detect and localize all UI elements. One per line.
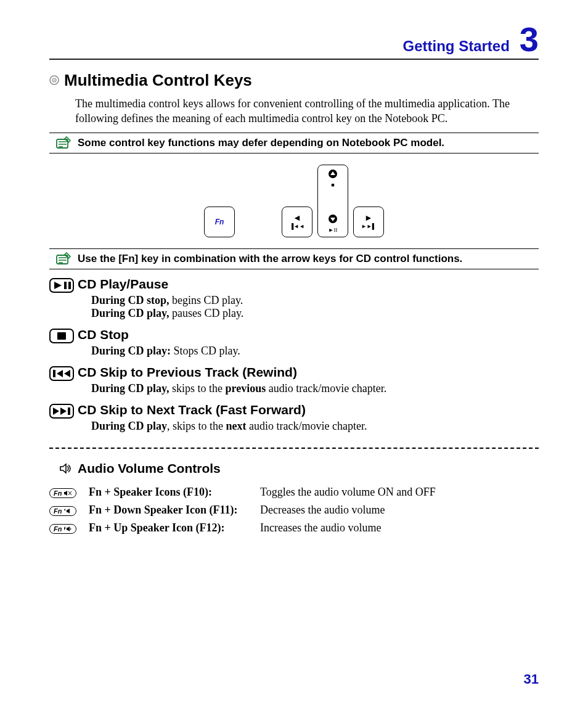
section-heading-row: Multimedia Control Keys	[49, 66, 539, 94]
feature-prev: CD Skip to Previous Track (Rewind) Durin…	[49, 365, 539, 395]
note-fn-combo-text: Use the [Fn] key in combination with the…	[78, 253, 462, 265]
left-arrow-key: ◄ ▐◄◄	[282, 207, 312, 237]
play-pause-button-icon	[49, 278, 74, 293]
stop-icon: ■	[331, 182, 334, 188]
next-track-icon: ►►▌	[361, 224, 376, 229]
up-arrow-icon	[328, 169, 338, 181]
section-divider	[49, 448, 539, 449]
audio-row-desc: Increases the audio volume	[260, 519, 441, 537]
note-icon	[54, 252, 71, 266]
audio-row-label: Fn + Up Speaker Icon (F12):	[89, 519, 260, 537]
feature-play-pause-desc: During CD stop, begins CD play. During C…	[91, 294, 539, 320]
up-down-arrow-key: ■ ►II	[317, 165, 348, 237]
feature-prev-title: CD Skip to Previous Track (Rewind)	[78, 365, 539, 380]
svg-rect-9	[68, 282, 71, 289]
fn-key-label: Fn	[215, 218, 224, 226]
fn-speaker-toggle-icon: Fn	[49, 488, 76, 498]
audio-section-title: Audio Volume Controls	[78, 461, 221, 476]
right-arrow-icon: ►	[364, 214, 373, 223]
fn-speaker-down-icon: Fn	[49, 506, 76, 516]
note-fn-combo: Use the [Fn] key in combination with the…	[49, 248, 539, 269]
note-icon	[54, 136, 71, 150]
keyboard-figure: Fn ◄ ▐◄◄ ■ ►II ► ►►▌	[49, 165, 539, 237]
audio-row-desc: Decreases the audio volume	[260, 501, 441, 519]
stop-button-icon	[49, 329, 74, 343]
audio-row-desc: Toggles the audio volume ON and OFF	[260, 483, 441, 501]
audio-section-heading: Audio Volume Controls	[49, 461, 539, 476]
left-arrow-icon: ◄	[293, 214, 301, 223]
fn-speaker-up-icon: Fn	[49, 524, 76, 534]
feature-prev-desc: During CD play, skips to the previous au…	[91, 382, 539, 395]
feature-play-pause-title: CD Play/Pause	[78, 277, 539, 292]
down-arrow-icon	[328, 214, 338, 226]
table-row: Fn Fn + Speaker Icons (F10): Toggles the…	[49, 483, 441, 501]
feature-stop: CD Stop During CD play: Stops CD play.	[49, 327, 539, 358]
main-section-intro: The multimedia control keys allows for c…	[75, 96, 539, 126]
svg-rect-13	[53, 370, 55, 377]
disc-icon	[49, 75, 59, 85]
feature-next-title: CD Skip to Next Track (Fast Forward)	[78, 403, 539, 417]
audio-row-label: Fn + Speaker Icons (F10):	[89, 483, 260, 501]
prev-track-button-icon	[49, 366, 74, 381]
feature-stop-title: CD Stop	[78, 327, 539, 342]
feature-next-desc: During CD play, skips to the next audio …	[91, 420, 539, 433]
feature-stop-desc: During CD play: Stops CD play.	[91, 345, 539, 358]
speaker-icon	[59, 462, 71, 475]
prev-track-icon: ▐◄◄	[290, 224, 304, 229]
next-track-button-icon	[49, 404, 74, 419]
page-number: 31	[524, 671, 539, 687]
fn-key: Fn	[204, 207, 235, 237]
page-header: Getting Started 3	[49, 22, 539, 60]
header-title: Getting Started	[403, 38, 510, 59]
note-model: Some control key functions may defer dep…	[49, 133, 539, 153]
audio-controls-table: Fn Fn + Speaker Icons (F10): Toggles the…	[49, 483, 441, 537]
note-model-text: Some control key functions may defer dep…	[78, 137, 444, 149]
feature-next: CD Skip to Next Track (Fast Forward) Dur…	[49, 403, 539, 433]
play-pause-icon: ►II	[329, 227, 338, 233]
right-arrow-key: ► ►►▌	[353, 207, 384, 237]
table-row: Fn Fn + Up Speaker Icon (F12): Increases…	[49, 519, 441, 537]
svg-rect-11	[57, 332, 66, 340]
main-section-title: Multimedia Control Keys	[64, 71, 252, 90]
table-row: Fn Fn + Down Speaker Icon (F11): Decreas…	[49, 501, 441, 519]
svg-rect-8	[64, 282, 67, 289]
audio-row-label: Fn + Down Speaker Icon (F11):	[89, 501, 260, 519]
svg-rect-15	[68, 407, 70, 415]
svg-point-2	[54, 80, 55, 81]
feature-play-pause: CD Play/Pause During CD stop, begins CD …	[49, 277, 539, 320]
chapter-number: 3	[520, 22, 539, 57]
